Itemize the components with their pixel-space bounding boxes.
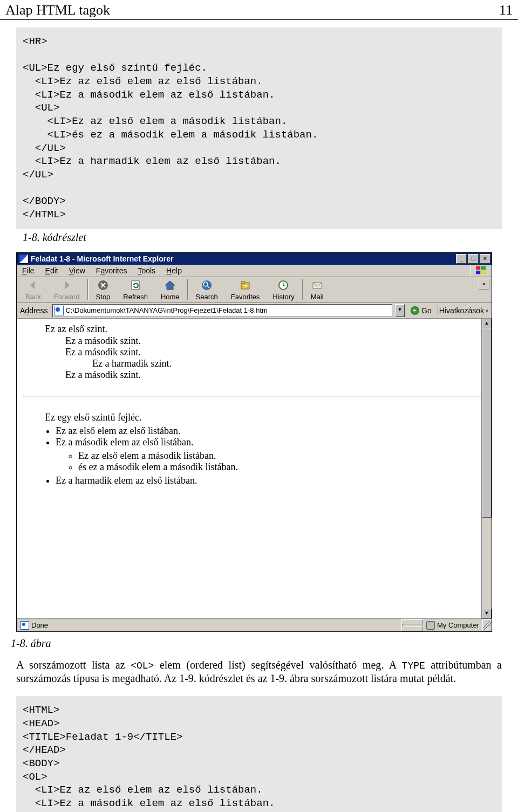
address-dropdown[interactable]: ▼ [395,304,405,317]
history-icon [277,279,290,292]
vp-line: Ez az első szint. [45,324,485,335]
svg-rect-3 [481,271,486,274]
vp-line: Ez a második szint. [65,335,485,347]
paragraph: A sorszámozott lista az <OL> elem (order… [0,655,518,689]
history-button[interactable]: History [266,279,301,301]
code-inline: <OL> [131,660,154,671]
windows-logo-icon [471,265,492,277]
svg-rect-2 [476,271,480,274]
minimize-button[interactable]: _ [456,254,467,264]
scroll-thumb[interactable] [482,328,492,518]
horizontal-rule [23,396,485,397]
refresh-icon [129,279,142,292]
chevron-icon: » [486,308,488,313]
status-seg [402,624,422,627]
svg-rect-10 [241,281,245,284]
go-button[interactable]: Go [407,306,435,315]
list-item: Ez az első elem az első listában. [56,425,485,437]
page-icon [54,306,64,315]
address-label: Address [19,306,50,315]
forward-button[interactable]: Forward [47,279,86,301]
code-inline: TYPE [402,660,425,671]
resize-grip[interactable] [483,621,492,630]
search-button[interactable]: Search [189,279,224,301]
list-item: és ez a második elem a második listában. [78,462,485,473]
list-item: Ez a második elem az első listában. [56,437,485,448]
address-input[interactable]: C:\Dokumentumok\TANANYAG\IntProg\Fejezet… [52,304,392,317]
status-left: Done [17,620,402,631]
close-button[interactable]: × [480,254,490,264]
vp-header: Ez egy első szintű fejléc. [45,412,485,423]
refresh-button[interactable]: Refresh [117,279,154,301]
menu-edit[interactable]: Edit [40,265,64,277]
page-header: Alap HTML tagok 11 [0,0,518,20]
forward-icon [60,279,73,292]
page-viewport: Ez az első szint. Ez a második szint. Ez… [17,319,492,619]
vp-line: Ez a második szint. [65,369,485,381]
status-zone: My Computer [422,620,483,631]
list-item: Ez az első elem a második listában. [78,450,485,462]
scroll-up-button[interactable]: ▲ [482,319,492,328]
title-bar: Feladat 1-8 - Microsoft Internet Explore… [17,253,492,265]
search-icon [200,279,213,292]
stop-button[interactable]: Stop [90,279,117,301]
home-button[interactable]: Home [154,279,186,301]
favorites-button[interactable]: Favorites [224,279,266,301]
home-icon [163,279,176,292]
favorites-icon [239,279,252,292]
back-button[interactable]: Back [19,279,47,301]
menu-bar: File Edit View Favorites Tools Help [17,265,492,277]
scroll-down-button[interactable]: ▼ [482,609,492,618]
svg-rect-1 [481,266,486,270]
computer-icon [426,621,435,630]
menu-tools[interactable]: Tools [132,265,161,277]
menu-view[interactable]: View [64,265,91,277]
doc-title: Alap HTML tagok [5,2,110,18]
code-block-2: <HTML> <HEAD> <TITLE>Feladat 1-9</TITLE>… [16,696,502,812]
page-number: 11 [499,2,513,18]
code-block-1: <HR> <UL>Ez egy első szintű fejléc. <LI>… [16,27,502,229]
menu-file[interactable]: File [17,265,40,277]
address-bar: Address C:\Dokumentumok\TANANYAG\IntProg… [17,303,492,319]
toolbar-overflow[interactable]: » [479,279,489,290]
doc-icon [21,621,29,630]
status-bar: Done My Computer [17,619,492,631]
maximize-button[interactable]: □ [468,254,479,264]
vp-line: Ez a harmadik szint. [92,358,485,369]
list-item: Ez a harmadik elem az első listában. [56,475,485,486]
vp-line: Ez a második szint. [65,347,485,358]
address-path: C:\Dokumentumok\TANANYAG\IntProg\Fejezet… [65,306,268,314]
ie-window: Feladat 1-8 - Microsoft Internet Explore… [16,252,492,632]
menu-help[interactable]: Help [161,265,187,277]
links-button[interactable]: Hivatkozások » [438,306,489,315]
caption-code-1: 1-8. kódrészlet [0,229,518,249]
back-icon [26,279,39,292]
ie-icon [19,254,29,264]
vertical-scrollbar[interactable]: ▲ ▼ [481,319,492,618]
stop-icon [97,279,110,292]
mail-icon [311,279,324,292]
caption-figure-1: 1-8. ábra [0,632,518,655]
menu-favorites[interactable]: Favorites [91,265,133,277]
toolbar: Back Forward Stop Refresh Home Search Fa… [17,277,492,303]
window-title: Feladat 1-8 - Microsoft Internet Explore… [31,254,456,263]
vp-list: Ez az első elem az első listában. Ez a m… [23,425,485,486]
svg-rect-0 [476,266,480,270]
mail-button[interactable]: Mail [304,279,330,301]
go-icon [411,306,419,315]
